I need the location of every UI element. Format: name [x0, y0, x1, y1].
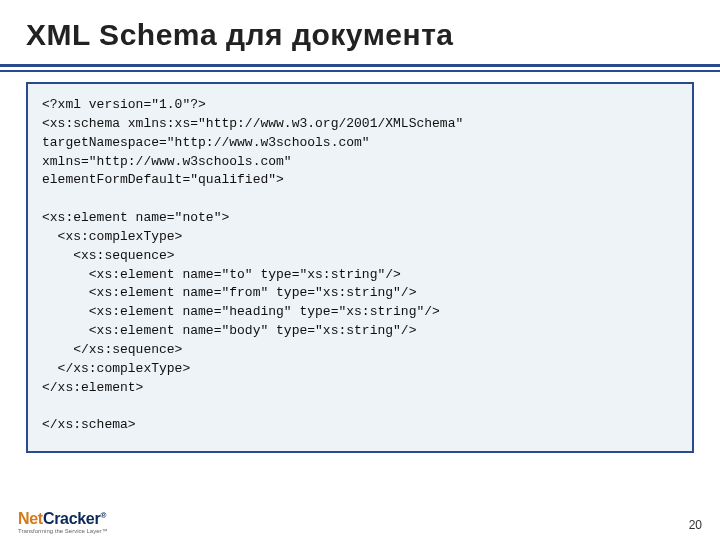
rule-bottom: [0, 70, 720, 72]
logo: NetCracker® Transforming the Service Lay…: [18, 511, 107, 534]
footer: NetCracker® Transforming the Service Lay…: [0, 500, 720, 540]
slide: XML Schema для документа <?xml version="…: [0, 0, 720, 540]
code-content: <?xml version="1.0"?> <xs:schema xmlns:x…: [42, 96, 678, 435]
slide-title: XML Schema для документа: [26, 18, 454, 52]
title-rule: [0, 64, 720, 74]
rule-top: [0, 64, 720, 67]
logo-main: NetCracker®: [18, 511, 107, 527]
logo-suffix: Cracker: [43, 510, 101, 527]
logo-prefix: Net: [18, 510, 43, 527]
page-number: 20: [689, 518, 702, 532]
code-block: <?xml version="1.0"?> <xs:schema xmlns:x…: [26, 82, 694, 453]
logo-tagline: Transforming the Service Layer™: [18, 528, 107, 534]
logo-registered: ®: [100, 511, 106, 520]
